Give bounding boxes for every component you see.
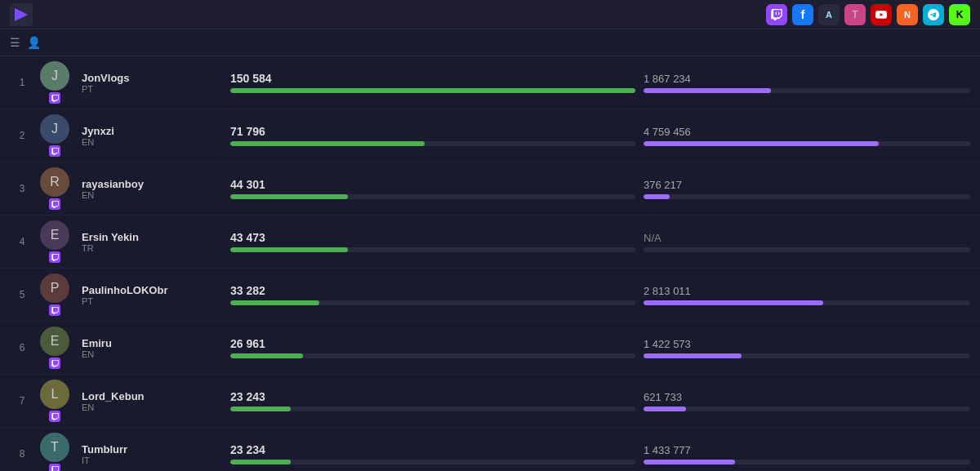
followers-col: 1 867 234 bbox=[644, 73, 970, 93]
youtube-icon[interactable] bbox=[871, 4, 892, 25]
afreeca-icon[interactable]: A bbox=[818, 4, 840, 25]
rank-number: 5 bbox=[10, 289, 34, 300]
channel-lang: TR bbox=[82, 243, 222, 253]
followers-bar bbox=[644, 141, 970, 146]
viewers-col: 26 961 bbox=[222, 337, 644, 358]
table-row[interactable]: 1 J JonVlogs PT 150 584 1 867 234 bbox=[0, 56, 980, 109]
avatar-wrapper: R bbox=[34, 167, 75, 210]
rank-number: 7 bbox=[10, 395, 34, 407]
table-row[interactable]: 8 T Tumblurr IT 23 234 1 433 777 bbox=[0, 428, 980, 471]
channel-name[interactable]: Lord_Kebun bbox=[82, 390, 222, 402]
table-row[interactable]: 7 L Lord_Kebun EN 23 243 621 733 bbox=[0, 375, 980, 428]
followers-col: 4 759 456 bbox=[644, 126, 970, 146]
channel-lang: EN bbox=[82, 190, 222, 200]
channel-name[interactable]: Emiru bbox=[82, 337, 222, 349]
channel-name[interactable]: Ersin Yekin bbox=[82, 231, 222, 243]
channel-lang: EN bbox=[82, 349, 222, 359]
followers-col: 376 217 bbox=[644, 179, 970, 199]
menu-icon[interactable]: ☰ bbox=[10, 36, 20, 49]
viewers-bar-fill bbox=[230, 247, 348, 252]
channel-info: Emiru EN bbox=[75, 337, 222, 359]
table-row[interactable]: 4 E Ersin Yekin TR 43 473 N/A bbox=[0, 216, 980, 269]
followers-bar bbox=[644, 407, 970, 411]
avatar: E bbox=[40, 220, 69, 250]
viewers-bar-fill bbox=[230, 88, 635, 93]
followers-bar bbox=[644, 88, 970, 93]
viewers-col: 71 796 bbox=[222, 125, 644, 146]
viewers-count: 33 282 bbox=[230, 284, 635, 297]
followers-col: 621 733 bbox=[644, 391, 970, 411]
followers-col: N/A bbox=[644, 232, 970, 252]
viewers-col: 44 301 bbox=[222, 178, 644, 199]
platform-badge bbox=[49, 358, 60, 369]
channel-name[interactable]: Tumblurr bbox=[82, 443, 222, 455]
viewers-col: 43 473 bbox=[222, 231, 644, 252]
viewers-bar-fill bbox=[230, 353, 303, 358]
viewers-col: 23 234 bbox=[222, 443, 644, 464]
viewers-bar bbox=[230, 460, 635, 464]
viewers-bar bbox=[230, 407, 635, 411]
followers-bar bbox=[644, 194, 970, 199]
avatar: R bbox=[40, 167, 69, 197]
platform-badge bbox=[49, 251, 60, 263]
viewers-bar bbox=[230, 300, 635, 305]
followers-count: 2 813 011 bbox=[644, 285, 970, 297]
channel-lang: EN bbox=[82, 402, 222, 412]
avatar-wrapper: T bbox=[34, 433, 75, 471]
followers-bar-fill bbox=[644, 353, 742, 358]
channel-name[interactable]: Jynxzi bbox=[82, 125, 222, 137]
table-row[interactable]: 3 R rayasianboy EN 44 301 376 217 bbox=[0, 162, 980, 216]
trovo-icon[interactable]: T bbox=[844, 4, 866, 25]
telegram-icon[interactable] bbox=[923, 4, 944, 25]
channel-lang: IT bbox=[82, 455, 222, 465]
viewers-count: 23 234 bbox=[230, 443, 635, 456]
table-row[interactable]: 2 J Jynxzi EN 71 796 4 759 456 bbox=[0, 109, 980, 162]
viewers-bar bbox=[230, 247, 635, 252]
user-icon[interactable]: 👤 bbox=[27, 36, 41, 49]
viewers-bar bbox=[230, 194, 635, 199]
viewers-bar-fill bbox=[230, 300, 319, 305]
viewers-count: 23 243 bbox=[230, 390, 635, 403]
avatar-wrapper: J bbox=[34, 114, 75, 157]
nimo-icon[interactable]: N bbox=[897, 4, 918, 25]
logo[interactable] bbox=[10, 3, 49, 26]
table-row[interactable]: 5 P PaulinhoLOKObr PT 33 282 2 813 011 bbox=[0, 269, 980, 322]
avatar: L bbox=[40, 380, 69, 409]
channel-info: Ersin Yekin TR bbox=[75, 231, 222, 253]
platform-badge bbox=[49, 411, 60, 422]
rank-number: 4 bbox=[10, 236, 34, 247]
followers-count: 1 422 573 bbox=[644, 338, 970, 350]
channel-info: rayasianboy EN bbox=[75, 178, 222, 200]
rank-number: 3 bbox=[10, 183, 34, 194]
channel-info: PaulinhoLOKObr PT bbox=[75, 284, 222, 306]
followers-col: 2 813 011 bbox=[644, 285, 970, 305]
kick-icon[interactable]: K bbox=[949, 4, 970, 25]
channel-name[interactable]: PaulinhoLOKObr bbox=[82, 284, 222, 296]
avatar-wrapper: J bbox=[34, 61, 75, 104]
followers-count: 1 867 234 bbox=[644, 73, 970, 85]
followers-bar-fill bbox=[644, 300, 823, 305]
channel-info: Lord_Kebun EN bbox=[75, 390, 222, 412]
channel-info: JonVlogs PT bbox=[75, 72, 222, 94]
viewers-bar bbox=[230, 88, 635, 93]
viewers-bar-fill bbox=[230, 460, 291, 464]
channel-lang: EN bbox=[82, 137, 222, 147]
table-row[interactable]: 6 E Emiru EN 26 961 1 422 573 bbox=[0, 322, 980, 375]
facebook-icon[interactable]: f bbox=[792, 4, 813, 25]
followers-count: N/A bbox=[644, 232, 970, 244]
viewers-col: 33 282 bbox=[222, 284, 644, 305]
channel-info: Tumblurr IT bbox=[75, 443, 222, 465]
followers-bar bbox=[644, 353, 970, 358]
channel-lang: PT bbox=[82, 84, 222, 94]
viewers-count: 71 796 bbox=[230, 125, 635, 138]
viewers-bar bbox=[230, 141, 635, 146]
channel-name[interactable]: rayasianboy bbox=[82, 178, 222, 190]
followers-bar bbox=[644, 300, 970, 305]
channel-name[interactable]: JonVlogs bbox=[82, 72, 222, 84]
avatar-wrapper: E bbox=[34, 327, 75, 369]
platform-icons: f A T N K bbox=[766, 4, 970, 25]
twitch-icon[interactable] bbox=[766, 4, 787, 25]
viewers-bar-fill bbox=[230, 141, 425, 146]
followers-count: 1 433 777 bbox=[644, 444, 970, 456]
followers-count: 376 217 bbox=[644, 179, 970, 191]
